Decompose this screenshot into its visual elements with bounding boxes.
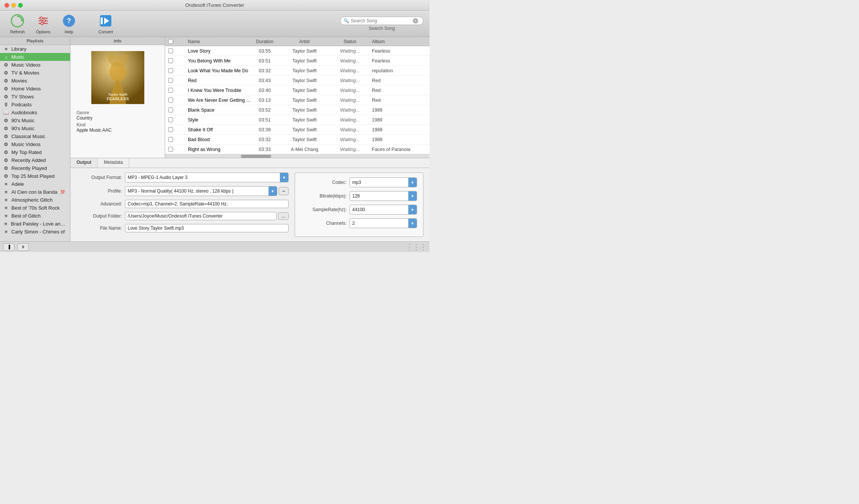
profile-arrow[interactable]: ▼ (269, 187, 277, 196)
list-icon: ≡ (3, 221, 9, 227)
channels-select[interactable]: 2 ▼ (350, 218, 417, 228)
sidebar-item-music-videos[interactable]: ⚙ Music Videos (0, 61, 70, 69)
sidebar-item-music[interactable]: ♪ Music (0, 53, 70, 61)
bitrate-arrow[interactable]: ▼ (408, 191, 417, 201)
track-row[interactable]: Red 03:43 Taylor Swift Waiting... Red (165, 76, 430, 86)
sidebar-item-classical[interactable]: ⚙ Classical Music (0, 132, 70, 140)
track-row[interactable]: We Are Never Ever Getting Back Tog... 03… (165, 95, 430, 105)
sidebar-item-al-cien[interactable]: ≡ Al Cien con la Banda 💯 (0, 188, 70, 196)
sidebar-item-90s-2[interactable]: ⚙ 90's Music (0, 124, 70, 132)
track-checkbox-cell[interactable] (165, 107, 176, 112)
track-checkbox[interactable] (168, 48, 173, 53)
select-all-checkbox[interactable] (168, 39, 173, 44)
track-checkbox-cell[interactable] (165, 58, 176, 63)
track-row[interactable]: Shake It Off 03:39 Taylor Swift Waiting.… (165, 125, 430, 135)
track-checkbox-cell[interactable] (165, 88, 176, 93)
profile-select[interactable]: MP3 - Normal Quality( 44100 Hz, stereo ,… (125, 186, 277, 196)
profile-minus-button[interactable]: − (279, 187, 289, 195)
sidebar-item-movies[interactable]: ⚙ Movies (0, 77, 70, 85)
track-checkbox[interactable] (168, 137, 173, 142)
search-input[interactable] (351, 18, 411, 23)
track-checkbox-cell[interactable] (165, 127, 176, 132)
advanced-input[interactable] (125, 200, 289, 208)
sidebar-item-best-glitch[interactable]: ≡ Best of Glitch (0, 212, 70, 220)
output-format-arrow[interactable]: ▼ (280, 173, 288, 182)
horizontal-scrollbar[interactable] (165, 154, 430, 158)
tab-output[interactable]: Output (70, 158, 98, 168)
sidebar-item-tv-shows[interactable]: ⚙ TV Shows (0, 93, 70, 101)
track-checkbox[interactable] (168, 147, 173, 152)
samplerate-select[interactable]: 44100 ▼ (350, 205, 417, 215)
track-checkbox-cell[interactable] (165, 147, 176, 152)
track-row[interactable]: Right as Wrong 03:33 A-Mei Chang Waiting… (165, 145, 430, 154)
scroll-thumb[interactable] (241, 155, 271, 158)
sidebar-item-90s-1[interactable]: ⚙ 90's Music (0, 117, 70, 124)
track-row[interactable]: Love Story 03:55 Taylor Swift Waiting...… (165, 46, 430, 56)
play-button[interactable]: ▐ (3, 243, 14, 251)
track-checkbox[interactable] (168, 127, 173, 132)
track-checkbox[interactable] (168, 78, 173, 83)
track-checkbox-cell[interactable] (165, 48, 176, 53)
tab-metadata[interactable]: Metadata (98, 158, 129, 168)
track-checkbox[interactable] (168, 58, 173, 63)
sidebar-item-recently-added[interactable]: ⚙ Recently Added (0, 156, 70, 164)
info-details: Genre Country Kind Apple Music AAC (70, 107, 165, 137)
resize-handle[interactable]: ⋮⋮⋮ (406, 243, 426, 251)
track-checkbox-cell[interactable] (165, 68, 176, 73)
samplerate-arrow[interactable]: ▼ (408, 205, 417, 214)
sidebar-item-label: Music Videos (11, 142, 41, 147)
track-checkbox[interactable] (168, 68, 173, 73)
file-name-input[interactable] (125, 224, 289, 232)
sidebar-item-adele[interactable]: ≡ Adele (0, 180, 70, 188)
track-album: Red (369, 88, 430, 93)
minimize-button[interactable] (11, 3, 16, 8)
codec-select[interactable]: mp3 ▼ (350, 177, 417, 187)
sidebar-item-brad[interactable]: ≡ Brad Paisley - Love and Wa (0, 220, 70, 228)
track-checkbox[interactable] (168, 98, 173, 103)
sidebar-item-top-25[interactable]: ⚙ Top 25 Most Played (0, 172, 70, 180)
header-check[interactable] (165, 39, 176, 44)
convert-button[interactable]: Convert (92, 14, 119, 34)
sidebar-item-tv-movies[interactable]: ⚙ TV & Movies (0, 69, 70, 77)
track-checkbox[interactable] (168, 88, 173, 93)
browse-folder-button[interactable]: ... (278, 212, 289, 220)
pause-button[interactable]: ⏸ (17, 243, 29, 251)
channels-arrow[interactable]: ▼ (408, 219, 417, 228)
sidebar-item-carly[interactable]: ≡ Carly Simon - Chimes of (0, 228, 70, 236)
bitrate-select[interactable]: 128 ▼ (350, 191, 417, 201)
track-checkbox[interactable] (168, 117, 173, 122)
track-checkbox-cell[interactable] (165, 117, 176, 122)
close-button[interactable] (5, 3, 9, 8)
output-format-select[interactable]: MP3 - MPEG-1 Audio Layer 3 ▼ (125, 173, 289, 182)
track-checkbox[interactable] (168, 107, 173, 112)
search-clear-button[interactable]: ✕ (413, 18, 418, 23)
refresh-button[interactable]: Refresh (6, 14, 29, 34)
sidebar-item-label: Audiobooks (11, 110, 37, 115)
track-row[interactable]: Blank Space 03:52 Taylor Swift Waiting..… (165, 105, 430, 115)
track-row[interactable]: Style 03:51 Taylor Swift Waiting... 1989 (165, 115, 430, 125)
track-row[interactable]: Bad Blood 03:32 Taylor Swift Waiting... … (165, 135, 430, 145)
track-checkbox-cell[interactable] (165, 137, 176, 142)
track-checkbox-cell[interactable] (165, 98, 176, 103)
sidebar-item-my-top-rated[interactable]: ⚙ My Top Rated (0, 148, 70, 156)
sidebar-item-audiobooks[interactable]: 📖 Audiobooks (0, 109, 70, 117)
track-row[interactable]: You Belong With Me 03:51 Taylor Swift Wa… (165, 56, 430, 66)
options-label: Options (36, 30, 50, 34)
output-folder-input[interactable] (125, 212, 276, 220)
sidebar-item-best-70s[interactable]: ≡ Best of '70s Soft Rock (0, 204, 70, 212)
sidebar-item-library[interactable]: ≡ Library (0, 45, 70, 53)
track-checkbox-cell[interactable] (165, 78, 176, 83)
profile-row: Profile: MP3 - Normal Quality( 44100 Hz,… (77, 186, 289, 196)
codec-arrow[interactable]: ▼ (408, 178, 417, 187)
sidebar-item-podcasts[interactable]: 🎙 Podcasts (0, 101, 70, 109)
sidebar-item-home-videos[interactable]: ⚙ Home Videos (0, 85, 70, 93)
help-button[interactable]: ? Help (58, 14, 80, 34)
sidebar-item-recently-played[interactable]: ⚙ Recently Played (0, 164, 70, 172)
sidebar-item-atmospheric[interactable]: ≡ Atmospheric Glitch (0, 196, 70, 204)
track-row[interactable]: Look What You Made Me Do 03:32 Taylor Sw… (165, 66, 430, 76)
track-row[interactable]: I Knew You Were Trouble 03:40 Taylor Swi… (165, 86, 430, 95)
sidebar-item-music-videos-2[interactable]: ⚙ Music Videos (0, 140, 70, 148)
options-button[interactable]: Options (32, 14, 55, 34)
gear-icon: ⚙ (3, 173, 9, 179)
maximize-button[interactable] (18, 3, 23, 8)
